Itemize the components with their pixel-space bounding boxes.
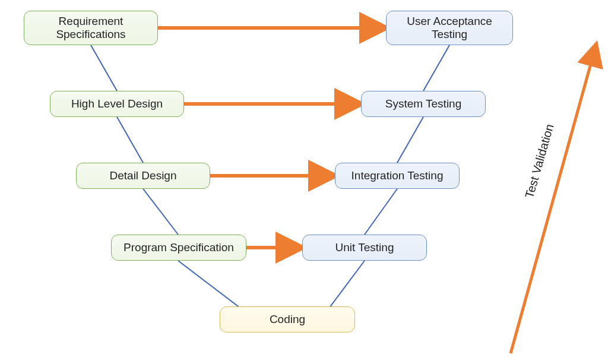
node-label: Coding (270, 313, 305, 326)
side-label-text: Test Validation (522, 122, 556, 200)
node-integration-testing: Integration Testing (335, 163, 460, 189)
v-model-diagram: RequirementSpecifications High Level Des… (0, 0, 608, 364)
v-line-left-3 (143, 189, 178, 235)
node-user-acceptance-testing: User AcceptanceTesting (386, 11, 513, 45)
node-label: User AcceptanceTesting (407, 15, 492, 41)
node-detail-design: Detail Design (76, 163, 210, 189)
test-validation-arrow (511, 45, 596, 353)
v-line-left-2 (117, 117, 143, 163)
node-high-level-design: High Level Design (50, 91, 184, 117)
v-line-right-1 (423, 45, 449, 91)
node-coding: Coding (220, 306, 355, 333)
node-requirement-specifications: RequirementSpecifications (24, 11, 158, 45)
v-line-right-3 (365, 189, 397, 235)
node-label: RequirementSpecifications (56, 15, 125, 41)
node-label: Detail Design (110, 169, 177, 182)
node-unit-testing: Unit Testing (302, 235, 427, 261)
test-validation-label: Test Validation (522, 122, 557, 200)
v-line-left-1 (91, 45, 117, 91)
node-label: Integration Testing (352, 169, 444, 182)
node-label: Program Specification (124, 241, 234, 254)
node-label: Unit Testing (335, 241, 394, 254)
node-label: High Level Design (71, 97, 163, 110)
v-line-right-2 (397, 117, 423, 163)
node-program-specification: Program Specification (111, 235, 246, 261)
node-label: System Testing (385, 97, 461, 110)
node-system-testing: System Testing (361, 91, 486, 117)
